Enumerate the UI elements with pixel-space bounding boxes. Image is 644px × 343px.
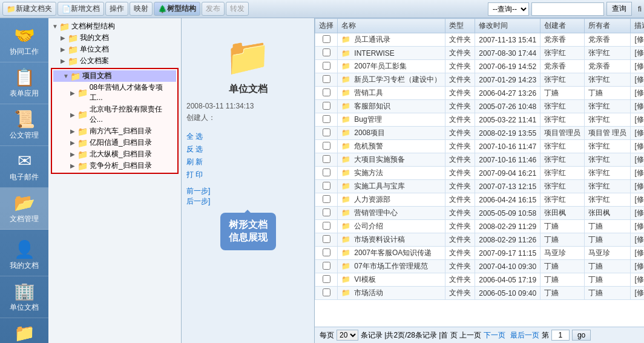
row-edit[interactable]: [修改] xyxy=(631,153,644,167)
row-checkbox[interactable] xyxy=(323,208,330,216)
row-edit[interactable]: [修改] xyxy=(631,100,644,113)
row-checkbox[interactable] xyxy=(323,235,330,243)
tree-mydoc[interactable]: ▶ 📁 我的文档 xyxy=(51,32,179,44)
file-name[interactable]: INTERWISE xyxy=(354,49,394,58)
row-checkbox[interactable] xyxy=(323,222,330,230)
search-select[interactable]: --查询-- xyxy=(488,2,529,16)
select-all-btn[interactable]: 全 选 xyxy=(186,132,203,142)
row-edit[interactable]: [修改] xyxy=(631,287,644,300)
tree-project-item-5[interactable]: ▶ 📁 竞争分析_归档目录 xyxy=(53,160,176,172)
file-name[interactable]: 人力资源部 xyxy=(354,195,390,204)
file-name[interactable]: 市场活动 xyxy=(354,288,383,297)
tree-archive[interactable]: ▶ 📁 公文档案 xyxy=(51,55,179,67)
sidebar-item-email[interactable]: ✉ 电子邮件 xyxy=(0,146,48,188)
file-name[interactable]: 实施方法 xyxy=(354,168,383,177)
publish-btn[interactable]: 发布 xyxy=(202,2,225,16)
tree-project-item-3[interactable]: ▶ 📁 亿阳信通_归档目录 xyxy=(53,137,176,148)
search-input[interactable] xyxy=(531,2,604,16)
file-name[interactable]: 新员工学习专栏（建设中） xyxy=(354,75,441,84)
tree-project-item-4[interactable]: ▶ 📁 北大纵横_归档目录 xyxy=(53,148,176,160)
row-edit[interactable]: [修改] xyxy=(631,167,644,180)
row-edit[interactable]: [修改] xyxy=(631,207,644,220)
operation-btn[interactable]: 操作 xyxy=(105,2,128,16)
file-name[interactable]: 2008项目 xyxy=(354,128,385,137)
file-name[interactable]: 员工通讯录 xyxy=(354,35,390,44)
forward-btn[interactable]: 转发 xyxy=(226,2,249,16)
sidebar-item-forms[interactable]: 📋 表单应用 xyxy=(0,62,48,104)
row-edit[interactable]: [修改] xyxy=(631,220,644,233)
refresh-btn[interactable]: 刷 新 xyxy=(186,157,203,167)
deselect-btn[interactable]: 反 选 xyxy=(186,144,203,155)
file-name[interactable]: 危机预警 xyxy=(354,142,383,150)
row-checkbox[interactable] xyxy=(323,62,330,70)
sidebar-item-mydoc[interactable]: 👤 我的文档 xyxy=(0,235,48,276)
sidebar-item-teamwork[interactable]: 🤝 协同工作 xyxy=(0,21,48,62)
row-checkbox[interactable] xyxy=(323,248,330,256)
file-name[interactable]: 营销工具 xyxy=(354,88,383,97)
file-name[interactable]: VI模板 xyxy=(354,275,375,284)
row-edit[interactable]: [修改] xyxy=(631,140,644,153)
file-name[interactable]: Bug管理 xyxy=(354,115,381,124)
row-edit[interactable]: [修改] xyxy=(631,47,644,60)
row-checkbox[interactable] xyxy=(323,142,330,150)
row-checkbox[interactable] xyxy=(323,102,330,110)
row-checkbox[interactable] xyxy=(323,48,330,56)
print-btn[interactable]: 打 印 xyxy=(186,170,203,180)
file-name[interactable]: 市场资料设计稿 xyxy=(354,235,405,244)
per-page-select[interactable]: 20 xyxy=(337,330,358,341)
tree-project-item-2[interactable]: ▶ 📁 南方汽车_归档目录 xyxy=(53,125,176,137)
sidebar-item-unitdoc[interactable]: 🏢 单位文档 xyxy=(0,276,48,318)
file-name[interactable]: 2007年客服OA知识传递 xyxy=(354,248,432,257)
row-checkbox[interactable] xyxy=(323,182,330,190)
file-name[interactable]: 2007年员工影集 xyxy=(354,62,407,70)
sidebar-item-archive[interactable]: 📁 公文档案 xyxy=(0,318,48,343)
map-btn[interactable]: 映射 xyxy=(130,2,153,16)
sidebar-item-docmgmt[interactable]: 📂 文档管理 xyxy=(0,188,48,230)
search-button[interactable]: 查询 xyxy=(606,2,632,16)
row-checkbox[interactable] xyxy=(323,75,330,83)
last-page-link[interactable]: 最后一页 xyxy=(510,330,539,341)
row-edit[interactable]: [修改] xyxy=(631,233,644,247)
tree-structure-btn[interactable]: 🌲 树型结构 xyxy=(154,2,200,16)
new-doc-btn[interactable]: 📄 新增文档 xyxy=(58,2,104,16)
sidebar-item-official[interactable]: 📜 公文管理 xyxy=(0,104,48,146)
tree-project-title[interactable]: ▼ 📁 项目文档 xyxy=(53,70,176,82)
file-name[interactable]: 客服部知识 xyxy=(354,102,390,110)
prev-step-btn[interactable]: 前一步] xyxy=(186,187,210,195)
next-step-btn[interactable]: 后一步] xyxy=(186,197,210,205)
row-checkbox[interactable] xyxy=(323,115,330,123)
row-edit[interactable]: [修改] xyxy=(631,273,644,287)
tree-root[interactable]: ▼ 📁 文档树型结构 xyxy=(51,21,179,32)
row-checkbox[interactable] xyxy=(323,262,330,270)
row-checkbox[interactable] xyxy=(323,88,330,96)
tree-project-item-1[interactable]: ▶ 📁 北京电子控股有限责任公... xyxy=(53,104,176,125)
row-checkbox[interactable] xyxy=(323,35,330,43)
row-edit[interactable]: [修改] xyxy=(631,33,644,47)
row-edit[interactable]: [修改] xyxy=(631,193,644,207)
page-input[interactable] xyxy=(551,330,570,341)
tree-project-item-0[interactable]: ▶ 📁 08年营销人才储备专项工... xyxy=(53,82,176,104)
row-edit[interactable]: [修改] xyxy=(631,127,644,140)
row-edit[interactable]: [修改] xyxy=(631,260,644,273)
file-name[interactable]: 营销管理中心 xyxy=(354,208,398,217)
row-checkbox[interactable] xyxy=(323,168,330,176)
row-edit[interactable]: [修改] xyxy=(631,113,644,127)
row-checkbox[interactable] xyxy=(323,275,330,283)
go-button[interactable]: go xyxy=(572,330,591,341)
file-name[interactable]: 大项目实施预备 xyxy=(354,155,405,164)
row-checkbox[interactable] xyxy=(323,155,330,163)
row-checkbox[interactable] xyxy=(323,195,330,203)
file-name[interactable]: 07年市场工作管理规范 xyxy=(354,262,427,270)
file-name[interactable]: 实施工具与宝库 xyxy=(354,182,405,190)
row-checkbox[interactable] xyxy=(323,288,330,296)
new-folder-btn[interactable]: 📁 新建文档夹 xyxy=(2,2,56,16)
tree-unitdoc[interactable]: ▶ 📁 单位文档 xyxy=(51,44,179,55)
row-checkbox[interactable] xyxy=(323,128,330,136)
next-page-link[interactable]: 下一页 xyxy=(484,330,505,341)
row-edit[interactable]: [修改] xyxy=(631,247,644,260)
file-name[interactable]: 公司介绍 xyxy=(354,222,383,230)
row-edit[interactable]: [修改] xyxy=(631,180,644,193)
row-edit[interactable]: [修改] xyxy=(631,87,644,100)
row-edit[interactable]: [修改] xyxy=(631,73,644,87)
row-edit[interactable]: [修改] xyxy=(631,60,644,73)
